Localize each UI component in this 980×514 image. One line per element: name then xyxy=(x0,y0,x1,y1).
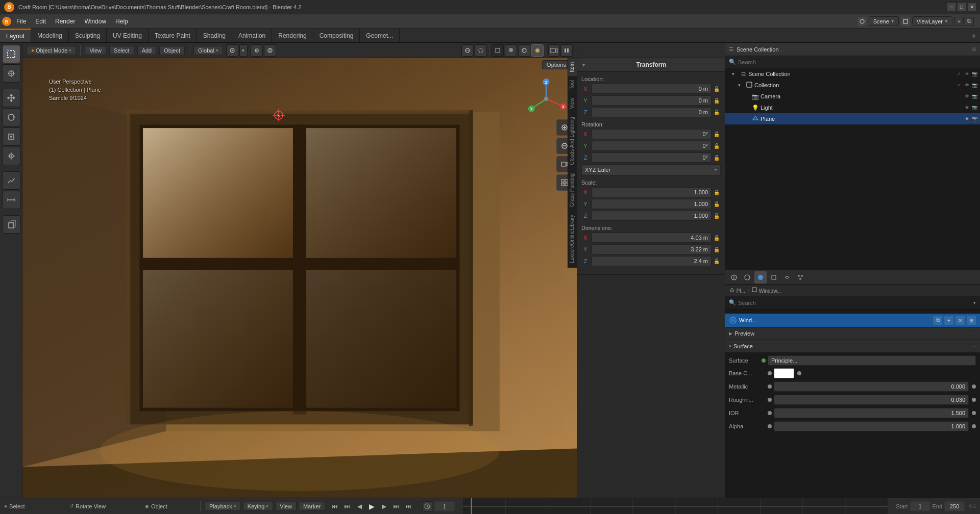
transform-section-header[interactable]: ▾ Transform ··· xyxy=(577,58,725,72)
viewport-overlays-btn[interactable] xyxy=(461,44,474,57)
mat-remove-btn[interactable]: ✕ xyxy=(955,316,965,325)
plane-eye-icon[interactable]: 👁 xyxy=(963,115,970,122)
play-btn[interactable]: ▶ xyxy=(366,501,377,512)
sc-camera-icon[interactable]: 📷 xyxy=(971,70,978,78)
outliner-camera[interactable]: 📷 Camera 👁 📷 xyxy=(725,91,980,102)
tool-annotate[interactable] xyxy=(2,171,20,190)
next-frame-btn[interactable]: ▶ xyxy=(378,501,389,512)
tool-select-box[interactable] xyxy=(2,45,20,63)
snap-options-btn[interactable]: ▾ xyxy=(239,44,248,57)
tab-sculpting[interactable]: Sculpting xyxy=(69,29,107,42)
playback-dropdown[interactable]: Playback ▾ xyxy=(205,502,241,511)
xray-btn[interactable] xyxy=(475,44,487,57)
col-check-icon[interactable]: ✓ xyxy=(955,82,963,89)
light-render-icon[interactable]: 📷 xyxy=(971,104,978,111)
maximize-button[interactable]: □ xyxy=(958,3,966,11)
scale-x-lock[interactable]: 🔓 xyxy=(714,190,721,195)
outliner-light[interactable]: 💡 Light 👁 📷 xyxy=(725,102,980,113)
rotation-x-lock[interactable]: 🔓 xyxy=(714,132,721,137)
jump-start-btn[interactable]: ⏮ xyxy=(329,501,340,512)
select-menu[interactable]: Select xyxy=(109,46,134,55)
rotation-y-input[interactable]: 0° xyxy=(592,141,712,151)
prev-keyframe-btn[interactable]: ⏭ xyxy=(341,501,353,512)
tool-add-cube[interactable] xyxy=(2,215,20,234)
tool-cursor[interactable] xyxy=(2,64,20,83)
scale-x-input[interactable]: 1.000 xyxy=(592,187,712,197)
wireframe-shading-btn[interactable] xyxy=(492,44,504,57)
props-tab-constraint[interactable] xyxy=(781,271,793,284)
ior-input[interactable]: 1.500 xyxy=(774,408,969,418)
close-button[interactable]: ✕ xyxy=(968,3,976,11)
material-search-input[interactable] xyxy=(738,300,971,306)
tool-measure[interactable] xyxy=(2,191,20,209)
mat-search-dropdown[interactable]: ▾ xyxy=(973,300,976,305)
view-menu[interactable]: View xyxy=(85,46,106,55)
pause-render-btn[interactable] xyxy=(560,44,573,57)
alpha-input[interactable]: 1.000 xyxy=(774,421,969,431)
blender-icon[interactable]: B xyxy=(2,17,11,26)
prev-frame-btn[interactable]: ◀ xyxy=(354,501,365,512)
surface-options[interactable]: ··· xyxy=(972,344,976,349)
sc-eye-icon[interactable]: 👁 xyxy=(963,70,970,78)
grass-tab[interactable]: Grass Painting xyxy=(568,169,577,211)
props-tab-object[interactable] xyxy=(768,271,780,284)
menu-window[interactable]: Window xyxy=(80,16,110,27)
surface-shader-selector[interactable]: Principle... xyxy=(768,355,976,366)
scale-y-lock[interactable]: 🔓 xyxy=(714,201,721,207)
solid-shading-btn[interactable] xyxy=(505,44,517,57)
viewport[interactable]: ● Object Mode ▾ View Select Add Object G… xyxy=(22,43,577,498)
props-tab-particles[interactable] xyxy=(794,271,806,284)
tool-transform[interactable] xyxy=(2,147,20,165)
tool-scale[interactable] xyxy=(2,127,20,146)
props-tab-render[interactable] xyxy=(728,271,740,284)
viewlayer-selector[interactable]: ViewLayer ▾ xyxy=(912,16,952,26)
location-z-input[interactable]: 0 m xyxy=(592,107,712,117)
plane-render-icon[interactable]: 📷 xyxy=(971,115,978,122)
location-y-lock[interactable]: 🔓 xyxy=(714,98,721,104)
viewport-camera-btn[interactable] xyxy=(548,44,559,57)
minimize-button[interactable]: ─ xyxy=(947,3,955,11)
tab-rendering[interactable]: Rendering xyxy=(272,29,313,42)
proportional-btn[interactable] xyxy=(264,44,276,57)
start-frame-input[interactable]: 1 xyxy=(910,501,930,511)
next-keyframe-btn[interactable]: ⏭ xyxy=(390,501,402,512)
outliner-collection[interactable]: ▾ Collection ✓ 👁 📷 xyxy=(725,80,980,91)
dim-x-input[interactable]: 4.03 m xyxy=(592,233,712,243)
tab-uv-editing[interactable]: UV Editing xyxy=(107,29,149,42)
menu-render[interactable]: Render xyxy=(51,16,79,27)
cam-render-icon[interactable]: 📷 xyxy=(971,93,978,100)
add-menu[interactable]: Add xyxy=(137,46,157,55)
rendered-shading-btn[interactable] xyxy=(531,44,544,57)
outliner-search-input[interactable] xyxy=(738,59,976,65)
marker-dropdown[interactable]: Marker xyxy=(299,502,325,511)
tool-move[interactable] xyxy=(2,89,20,107)
jump-end-btn[interactable]: ⏭ xyxy=(403,501,414,512)
viewport-bg[interactable]: User Perspective (1) Collection | Plane … xyxy=(22,58,577,498)
light-eye-icon[interactable]: 👁 xyxy=(963,104,970,111)
global-selector[interactable]: Global ▾ xyxy=(193,46,223,55)
rotation-mode-dropdown[interactable]: XYZ Euler ▾ xyxy=(581,164,721,175)
scale-z-input[interactable]: 1.000 xyxy=(592,211,712,221)
outliner-plane[interactable]: Plane 👁 📷 xyxy=(725,113,980,124)
cam-eye-icon[interactable]: 👁 xyxy=(963,93,970,100)
scale-z-lock[interactable]: 🔓 xyxy=(714,213,721,219)
clouds-tab[interactable]: Clouds And Lightning xyxy=(568,113,577,169)
item-tab[interactable]: Item xyxy=(568,58,577,76)
snap-btn[interactable] xyxy=(226,44,238,57)
rotation-y-lock[interactable]: 🔓 xyxy=(714,143,721,149)
sc-check-icon[interactable]: ✓ xyxy=(955,70,963,78)
location-x-input[interactable]: 0 m xyxy=(592,84,712,94)
tab-compositing[interactable]: Compositing xyxy=(313,29,360,42)
props-tab-scene[interactable] xyxy=(741,271,753,284)
location-y-input[interactable]: 0 m xyxy=(592,95,712,106)
tool-rotate[interactable] xyxy=(2,108,20,126)
props-tab-material[interactable] xyxy=(754,271,767,284)
tool-tab[interactable]: Tool xyxy=(568,76,577,93)
dim-y-lock[interactable]: 🔓 xyxy=(714,247,721,252)
mat-copy-btn[interactable]: ⧉ xyxy=(933,316,942,325)
col-camera-icon[interactable]: 📷 xyxy=(971,82,978,89)
preview-options[interactable]: ··· xyxy=(972,331,976,336)
navigation-gizmo[interactable]: Z X Y xyxy=(526,79,567,119)
add-workspace-btn[interactable]: + xyxy=(968,29,980,43)
metallic-input[interactable]: 0.000 xyxy=(774,381,969,392)
